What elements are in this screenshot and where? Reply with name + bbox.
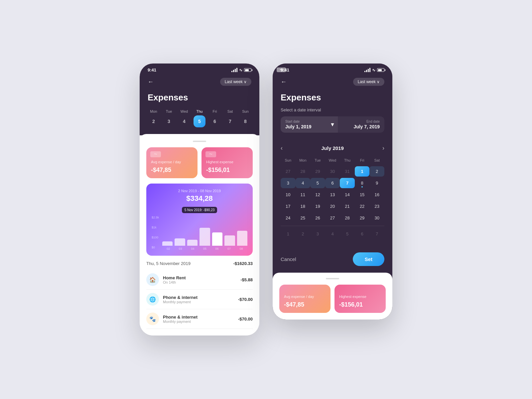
cal-cell-3-4[interactable]: 21 [340, 201, 355, 211]
cal-week-5: 1234567 [281, 229, 384, 239]
chart-tooltip: 5 Nov 2019: -$90,23 [182, 207, 217, 213]
cal-header-wed: Wed [325, 157, 340, 164]
range-arrow-icon: ▼ [327, 116, 338, 133]
day-name: Fri [213, 109, 217, 113]
end-date-item[interactable]: End date July 7, 2019 [338, 116, 384, 133]
day-name: Mon [150, 109, 157, 113]
day-num: 8 [239, 115, 251, 127]
cal-cell-5-3[interactable]: 4 [325, 229, 340, 239]
txn-info-1: Phone & internet Monthly payment [163, 295, 234, 304]
cal-cell-0-3[interactable]: 30 [325, 166, 340, 177]
cal-cell-1-4[interactable]: 7 [340, 178, 355, 188]
bars-wrapper [162, 216, 247, 246]
cal-cell-2-0[interactable]: 10 [281, 190, 296, 200]
calendar-body: 2728293031123456789101112131415161718192… [281, 166, 384, 239]
cal-cell-4-0[interactable]: 24 [281, 213, 296, 223]
cal-cell-3-1[interactable]: 18 [296, 201, 311, 211]
cal-divider [281, 226, 384, 226]
cal-header-thu: Thu [340, 157, 355, 164]
cal-cell-2-6[interactable]: 16 [369, 190, 384, 200]
day-num: 6 [209, 115, 221, 127]
prev-month-button[interactable]: ‹ [281, 145, 283, 152]
cal-cell-2-4[interactable]: 14 [340, 190, 355, 200]
cal-cell-5-4[interactable]: 5 [340, 229, 355, 239]
interval-label: Select a date interval [281, 107, 384, 112]
cal-header-mon: Mon [296, 157, 311, 164]
day-item-fri[interactable]: Fri 6 [209, 109, 221, 127]
day-item-sun[interactable]: Sun 8 [239, 109, 251, 127]
cal-cell-4-2[interactable]: 26 [310, 213, 325, 223]
cal-cell-2-5[interactable]: 15 [355, 190, 370, 200]
phone-1: 9:41 ∿ ← Last week ∨ Expenses [140, 64, 259, 335]
cal-cell-2-1[interactable]: 11 [296, 190, 311, 200]
cal-cell-4-6[interactable]: 30 [369, 213, 384, 223]
cal-cell-5-5[interactable]: 6 [355, 229, 370, 239]
back-button-1[interactable]: ← [148, 78, 154, 85]
cancel-button[interactable]: Cancel [281, 256, 296, 262]
cal-cell-1-5[interactable]: 8 [355, 178, 370, 188]
cal-cell-1-3[interactable]: 6 [325, 178, 340, 188]
cal-cell-3-3[interactable]: 20 [325, 201, 340, 211]
cal-cell-0-5[interactable]: 1 [355, 166, 370, 177]
day-item-mon[interactable]: Mon 2 [148, 109, 160, 127]
cal-cell-5-0[interactable]: 1 [281, 229, 296, 239]
bar-05 [200, 228, 210, 246]
txn-sub-0: On 14th [163, 280, 236, 284]
cal-week-4: 24252627282930 [281, 213, 384, 223]
wifi-icon-2: ∿ [372, 68, 375, 72]
cal-cell-0-0[interactable]: 27 [281, 166, 296, 177]
cal-cell-1-2[interactable]: 5 [310, 178, 325, 188]
txn-name-1: Phone & internet [163, 295, 234, 300]
x-label-05: 05 [199, 247, 211, 250]
chart-1: 2 Nov 2019 - 08 Nov 2019 $334,28 5 Nov 2… [146, 184, 253, 256]
cal-cell-3-5[interactable]: 22 [355, 201, 370, 211]
wave-icon-mini-1 [277, 67, 286, 72]
battery-icon [244, 68, 251, 72]
day-name: Tue [166, 109, 172, 113]
cal-cell-5-1[interactable]: 2 [296, 229, 311, 239]
cal-cell-4-5[interactable]: 29 [355, 213, 370, 223]
next-month-button[interactable]: › [382, 145, 384, 152]
txn-amount-2: -$70.00 [238, 317, 253, 322]
day-item-wed[interactable]: Wed 4 [178, 109, 190, 127]
day-item-tue[interactable]: Tue 3 [163, 109, 175, 127]
cal-cell-1-1[interactable]: 4 [296, 178, 311, 188]
day-item-sat[interactable]: Sat 7 [224, 109, 236, 127]
cal-cell-3-2[interactable]: 19 [310, 201, 325, 211]
cal-cell-3-6[interactable]: 23 [369, 201, 384, 211]
cal-week-1: 3456789 [281, 178, 384, 188]
day-name: Wed [181, 109, 188, 113]
back-button-2[interactable]: ← [281, 78, 287, 85]
cal-cell-4-4[interactable]: 28 [340, 213, 355, 223]
cal-cell-0-2[interactable]: 29 [310, 166, 325, 177]
x-label-07: 07 [223, 247, 235, 250]
cal-cell-2-3[interactable]: 13 [325, 190, 340, 200]
week-badge-1[interactable]: Last week ∨ [220, 78, 251, 86]
day-item-thu[interactable]: Thu 5 [194, 109, 205, 127]
bar-07 [224, 235, 235, 246]
cal-cell-3-0[interactable]: 17 [281, 201, 296, 211]
cal-cell-5-6[interactable]: 7 [369, 229, 384, 239]
status-icons-2: ∿ [364, 68, 384, 72]
cal-cell-0-6[interactable]: 2 [369, 166, 384, 177]
battery-icon-2 [377, 68, 384, 72]
signal-icon [231, 68, 237, 72]
cal-cell-5-2[interactable]: 3 [310, 229, 325, 239]
cal-cell-1-0[interactable]: 3 [281, 178, 296, 188]
day-num: 5 [194, 115, 205, 127]
set-button[interactable]: Set [353, 252, 384, 266]
week-badge-2[interactable]: Last week ∨ [353, 78, 384, 86]
status-bar-2: 9:41 ∿ [273, 64, 392, 75]
cal-cell-4-3[interactable]: 27 [325, 213, 340, 223]
status-icons-1: ∿ [231, 68, 251, 72]
cal-cell-4-1[interactable]: 25 [296, 213, 311, 223]
cal-header-fri: Fri [355, 157, 370, 164]
day-name: Sat [227, 109, 233, 113]
start-date-item[interactable]: Start date July 1, 2019 [281, 116, 327, 133]
cal-cell-0-1[interactable]: 28 [296, 166, 311, 177]
cal-cell-2-2[interactable]: 12 [310, 190, 325, 200]
cal-cell-1-6[interactable]: 9 [369, 178, 384, 188]
txn-icon-1: 🌐 [146, 293, 159, 306]
txn-name-2: Phone & internet [163, 315, 234, 320]
cal-cell-0-4[interactable]: 31 [340, 166, 355, 177]
